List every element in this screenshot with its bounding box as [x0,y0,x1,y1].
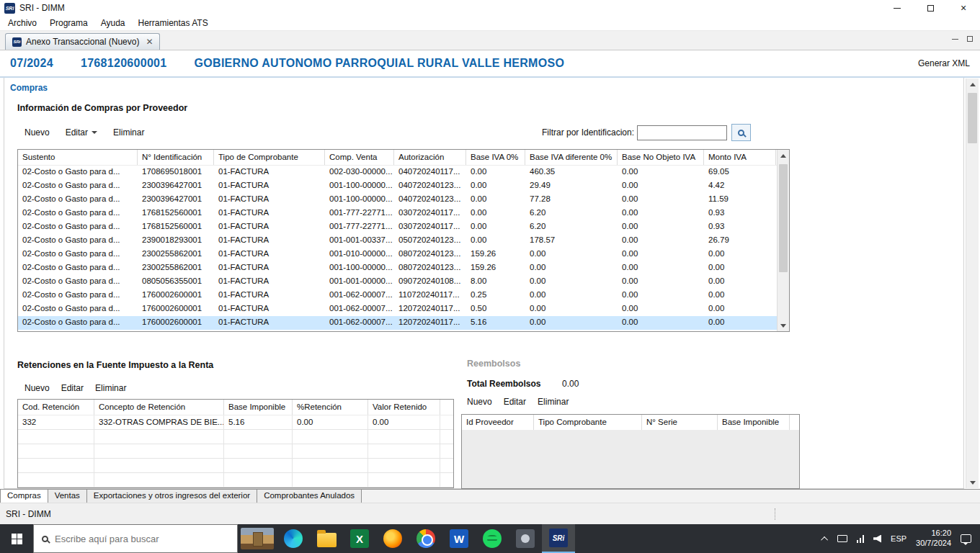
column-header[interactable]: Base IVA diferente 0% [525,150,618,165]
menu-herramientas-ats[interactable]: Herramientas ATS [132,16,215,31]
word-button[interactable]: W [442,524,476,553]
menu-archivo[interactable]: Archivo [1,16,43,31]
column-header[interactable]: Autorización [394,150,466,165]
file-explorer-button[interactable] [310,524,343,553]
column-header[interactable]: Cod. Retención [18,400,94,415]
column-header[interactable]: Sustento [18,150,138,165]
start-button[interactable] [0,524,33,553]
table-row[interactable]: 02-Costo o Gasto para d...17600026000010… [18,316,789,330]
panel-scrollbar[interactable] [966,78,979,488]
retenciones-eliminar-button[interactable]: Eliminar [95,383,126,393]
menu-programa[interactable]: Programa [43,16,94,31]
close-button[interactable]: × [947,0,980,16]
generar-xml-button[interactable]: Generar XML [918,58,970,68]
reembolsos-eliminar-button[interactable]: Eliminar [538,397,569,407]
display-tray-icon[interactable] [837,535,847,542]
folder-icon [317,533,337,547]
view-maximize-icon[interactable] [967,36,973,42]
compras-table-scrollbar[interactable] [777,150,789,331]
table-row[interactable]: 02-Costo o Gasto para d...23003964270010… [18,193,789,207]
tab-anexo-transaccional[interactable]: SRi Anexo Transaccional (Nuevo) ✕ [5,33,160,50]
tray-date: 30/7/2024 [916,539,951,547]
compras-editar-button[interactable]: Editar [66,127,97,138]
table-row[interactable]: 02-Costo o Gasto para d...23900182930010… [18,234,789,248]
scrollbar-thumb[interactable] [968,93,977,143]
scroll-down-icon[interactable] [778,320,789,331]
table-row[interactable]: 02-Costo o Gasto para d...17600026000010… [18,289,789,302]
reembolsos-editar-button[interactable]: Editar [504,397,526,407]
table-row[interactable] [18,459,453,473]
document-header: 07/2024 1768120600001 GOBIERNO AUTONOMO … [0,50,980,78]
edge-button[interactable] [277,524,310,553]
column-header[interactable]: Tipo Comprobante [534,415,642,430]
tab-comprobantes-anulados[interactable]: Comprobantes Anulados [257,490,362,503]
column-header[interactable]: Base IVA 0% [466,150,525,165]
tab-label: Anexo Transaccional (Nuevo) [26,37,139,47]
taskbar-search-input[interactable] [55,534,229,544]
compras-table: SustentoN° IdentificaciónTipo de Comprob… [17,149,790,332]
table-row[interactable] [18,473,453,487]
filter-input[interactable] [637,125,727,140]
tab-compras[interactable]: Compras [0,490,48,503]
pinned-thumbnail-button[interactable] [238,524,277,553]
clock[interactable]: 16:20 30/7/2024 [916,529,951,549]
retenciones-editar-button[interactable]: Editar [61,383,84,393]
menu-ayuda[interactable]: Ayuda [94,16,132,31]
column-header[interactable]: Tipo de Comprobante [214,150,325,165]
maximize-button[interactable] [914,0,947,16]
scroll-up-icon[interactable] [966,78,979,90]
table-row[interactable] [18,430,453,444]
column-header[interactable]: N° Identificación [138,150,214,165]
language-indicator[interactable]: ESP [891,534,906,543]
tab-close-icon[interactable]: ✕ [143,37,153,47]
column-header[interactable]: Base No Objeto IVA [618,150,704,165]
reembolsos-nuevo-button[interactable]: Nuevo [467,397,492,407]
volume-icon[interactable] [873,535,881,543]
excel-button[interactable]: X [343,524,376,553]
column-header[interactable]: Comp. Venta [325,150,394,165]
table-row[interactable]: 02-Costo o Gasto para d...17600026000010… [18,302,789,316]
scrollbar-thumb[interactable] [779,164,788,272]
sri-dimm-button[interactable]: SRi [542,524,575,553]
column-header[interactable]: Valor Retenido [368,400,440,415]
sri-taskbar-icon: SRi [549,529,568,547]
column-header[interactable]: Concepto de Retención [94,400,224,415]
column-header[interactable]: Base Imponible [718,415,790,430]
compras-nuevo-button[interactable]: Nuevo [24,127,50,138]
sri-app-icon: SRi [4,3,15,14]
table-row[interactable]: 02-Costo o Gasto para d...17681525600010… [18,220,789,234]
tab-exportaciones[interactable]: Exportaciones y otros ingresos del exter… [87,490,257,503]
scroll-down-icon[interactable] [966,477,979,488]
table-row[interactable]: 02-Costo o Gasto para d...08050563550010… [18,275,789,289]
column-header[interactable]: Base Imponible [224,400,293,415]
hidden-icons-chevron-icon[interactable] [821,536,828,543]
spotify-button[interactable] [476,524,509,553]
column-header[interactable]: %Retención [293,400,368,415]
notifications-icon[interactable] [961,534,971,543]
table-row[interactable]: 02-Costo o Gasto para d...23002558620010… [18,248,789,261]
gray-app-button[interactable] [509,524,542,553]
column-header[interactable]: N° Serie [642,415,718,430]
table-row[interactable]: 332332-OTRAS COMPRAS DE BIE...5.160.000.… [18,415,453,430]
view-minimize-icon[interactable] [952,39,958,40]
tab-ventas[interactable]: Ventas [48,490,87,503]
retenciones-nuevo-button[interactable]: Nuevo [24,383,50,393]
table-row[interactable] [18,444,453,459]
firefox-button[interactable] [376,524,409,553]
table-row[interactable]: 02-Costo o Gasto para d...17086950180010… [18,166,789,179]
table-row[interactable]: 02-Costo o Gasto para d...17681525600010… [18,207,789,220]
taskbar-search[interactable] [33,524,238,553]
column-header[interactable]: Id Proveedor [462,415,534,430]
table-row[interactable]: 02-Costo o Gasto para d...23003964270010… [18,179,789,193]
total-reembolsos-value: 0.00 [562,379,579,389]
network-icon[interactable] [857,535,865,543]
retenciones-table: Cod. RetenciónConcepto de RetenciónBase … [17,399,454,488]
minimize-button[interactable] [881,0,914,16]
firefox-icon [383,529,402,548]
compras-eliminar-button[interactable]: Eliminar [113,127,144,138]
filter-search-button[interactable] [731,124,751,141]
scroll-up-icon[interactable] [778,150,789,161]
chrome-button[interactable] [409,524,442,553]
table-row[interactable]: 02-Costo o Gasto para d...23002558620010… [18,261,789,275]
column-header[interactable]: Monto IVA [704,150,776,165]
